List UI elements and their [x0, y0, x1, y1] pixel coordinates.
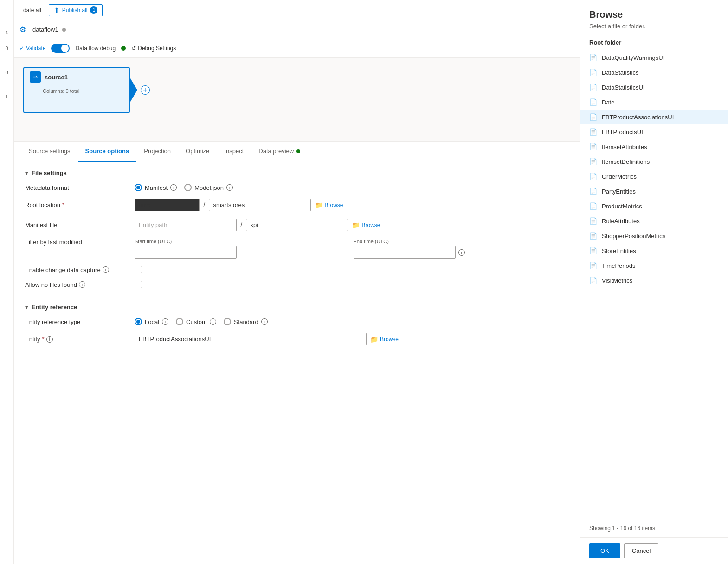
sidebar-back-arrow[interactable]: ‹: [6, 28, 8, 36]
enable-cdc-row: Enable change data capture i: [25, 266, 568, 273]
browse-list-item[interactable]: 📄Date: [580, 95, 728, 110]
browse-cancel-button[interactable]: Cancel: [624, 543, 658, 558]
standard-info-icon[interactable]: i: [261, 318, 268, 325]
file-icon: 📄: [589, 158, 597, 165]
enable-cdc-info-icon[interactable]: i: [103, 266, 109, 273]
debug-toggle[interactable]: [51, 44, 70, 53]
end-time-input[interactable]: [354, 246, 456, 259]
root-location-folder-icon: 📁: [315, 201, 322, 209]
browse-list-item[interactable]: 📄ShopperPositionMetrics: [580, 228, 728, 243]
node-add-button[interactable]: +: [141, 85, 150, 95]
tab-inspect[interactable]: Inspect: [217, 142, 251, 162]
entity-info-icon[interactable]: i: [46, 336, 53, 343]
browse-list-item[interactable]: 📄VisitMetrics: [580, 273, 728, 288]
end-time-info-icon[interactable]: i: [458, 249, 465, 256]
manifest-browse-label: Browse: [361, 222, 380, 228]
browse-list-item[interactable]: 📄OrderMetrics: [580, 169, 728, 184]
browse-list-item[interactable]: 📄DataQualityWarningsUI: [580, 50, 728, 65]
model-json-radio-circle[interactable]: [184, 184, 192, 191]
source-node-header: ⇒ source1: [24, 68, 129, 86]
start-time-label: Start time (UTC): [135, 239, 350, 244]
root-location-browse-button[interactable]: 📁 Browse: [315, 201, 343, 209]
custom-info-icon[interactable]: i: [210, 318, 216, 325]
entity-reference-section-header[interactable]: ▾ Entity reference: [25, 304, 568, 311]
publish-all-label: Publish all: [62, 7, 88, 13]
dataflow-unsaved-dot: [62, 28, 66, 32]
root-location-label: Root location *: [25, 201, 127, 208]
allow-no-files-controls: [135, 281, 568, 288]
enable-cdc-controls: [135, 266, 568, 273]
browse-item-name: ShopperPositionMetrics: [602, 233, 665, 240]
source-node[interactable]: ⇒ source1 Columns: 0 total +: [23, 67, 130, 113]
browse-ok-button[interactable]: OK: [589, 543, 620, 558]
section-divider: [25, 296, 568, 296]
browse-list-item[interactable]: 📄PartyEntities: [580, 184, 728, 199]
allow-no-files-info-icon[interactable]: i: [79, 281, 85, 288]
source-node-name: source1: [45, 74, 68, 81]
manifest-radio-option[interactable]: Manifest i: [135, 184, 177, 191]
manifest-kpi-input[interactable]: [246, 219, 348, 231]
browse-list-item[interactable]: 📄RuleAttributes: [580, 214, 728, 228]
standard-radio-circle[interactable]: [224, 318, 231, 325]
file-icon: 📄: [589, 143, 597, 150]
browse-actions: OK Cancel: [580, 537, 728, 564]
browse-list-item[interactable]: 📄ItemsetDefinitions: [580, 154, 728, 169]
root-location-required: *: [62, 201, 64, 208]
browse-list-item[interactable]: 📄DataStatistics: [580, 65, 728, 80]
update-all-button[interactable]: date all: [19, 5, 45, 15]
browse-panel-subtitle: Select a file or folder.: [589, 23, 719, 30]
tab-source-options[interactable]: Source options: [78, 142, 137, 162]
allow-no-files-checkbox[interactable]: [135, 281, 142, 288]
entity-folder-icon: 📁: [370, 336, 378, 343]
root-location-input-part1[interactable]: [135, 199, 200, 211]
manifest-entity-path-input[interactable]: [135, 219, 237, 231]
local-radio-circle[interactable]: [135, 318, 142, 325]
model-json-radio-option[interactable]: Model.json i: [184, 184, 233, 191]
model-json-info-icon[interactable]: i: [226, 184, 233, 191]
local-info-icon[interactable]: i: [162, 318, 168, 325]
start-time-col: Start time (UTC): [135, 239, 350, 259]
custom-radio-option[interactable]: Custom i: [176, 318, 216, 325]
browse-item-name: ProductMetrics: [602, 203, 642, 210]
validate-button[interactable]: ✓ Validate: [19, 45, 45, 52]
tabs-bar: Source settings Source options Projectio…: [14, 142, 580, 162]
browse-list-item[interactable]: 📄StoreEntities: [580, 243, 728, 258]
browse-list-item[interactable]: 📄ProductMetrics: [580, 199, 728, 214]
debug-settings-label: Debug Settings: [138, 45, 176, 52]
file-settings-section-header[interactable]: ▾ File settings: [25, 169, 568, 176]
local-radio-option[interactable]: Local i: [135, 318, 168, 325]
publish-all-button[interactable]: ⬆ Publish all 1: [49, 4, 103, 16]
entity-browse-button[interactable]: 📁 Browse: [370, 336, 399, 343]
browse-list-item[interactable]: 📄DataStatisticsUI: [580, 80, 728, 95]
manifest-browse-button[interactable]: 📁 Browse: [352, 221, 380, 229]
browse-panel-title: Browse: [589, 9, 719, 20]
debug-settings-button[interactable]: ↺ Debug Settings: [131, 45, 176, 52]
top-toolbar: date all ⬆ Publish all 1: [14, 0, 580, 20]
browse-list-item[interactable]: 📄ItemsetAttributes: [580, 139, 728, 154]
file-icon: 📄: [589, 173, 597, 180]
standard-radio-option[interactable]: Standard i: [224, 318, 268, 325]
validate-check-icon: ✓: [19, 45, 24, 52]
debug-toolbar: ✓ Validate Data flow debug ↺ Debug Setti…: [14, 39, 580, 58]
debug-label: Data flow debug: [75, 45, 116, 52]
tab-projection[interactable]: Projection: [136, 142, 178, 162]
entity-label: Entity * i: [25, 336, 127, 343]
start-time-input[interactable]: [135, 246, 237, 259]
columns-label: Columns:: [43, 88, 64, 94]
manifest-radio-circle[interactable]: [135, 184, 142, 191]
browse-list-item[interactable]: 📄FBTProductAssociationsUI: [580, 110, 728, 124]
file-icon: 📄: [589, 277, 597, 284]
root-location-input-part2[interactable]: [209, 199, 311, 211]
main-area: date all ⬆ Publish all 1 ⚙ dataflow1 ✓ V…: [14, 0, 580, 564]
tab-data-preview[interactable]: Data preview: [251, 142, 308, 162]
browse-item-name: StoreEntities: [602, 247, 636, 254]
tab-source-settings[interactable]: Source settings: [21, 142, 78, 162]
manifest-info-icon[interactable]: i: [170, 184, 177, 191]
enable-cdc-checkbox[interactable]: [135, 266, 142, 273]
tab-optimize[interactable]: Optimize: [178, 142, 217, 162]
custom-radio-circle[interactable]: [176, 318, 183, 325]
browse-list-item[interactable]: 📄TimePeriods: [580, 258, 728, 273]
manifest-folder-icon: 📁: [352, 221, 360, 229]
browse-list-item[interactable]: 📄FBTProductsUI: [580, 124, 728, 139]
entity-input[interactable]: [135, 333, 367, 345]
